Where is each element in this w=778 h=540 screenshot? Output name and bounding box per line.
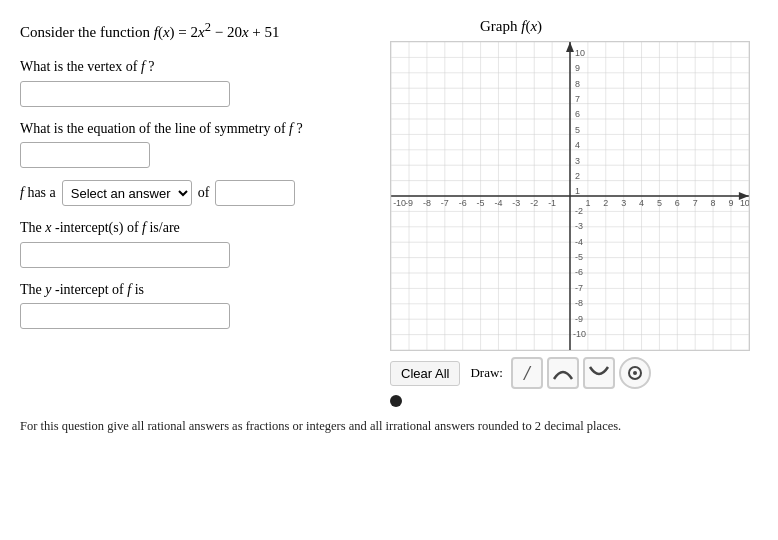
svg-text:-5: -5 — [477, 198, 485, 208]
y-intercept-label: The y -intercept of f is — [20, 280, 380, 300]
svg-text:-2: -2 — [575, 206, 583, 216]
svg-text:-5: -5 — [575, 252, 583, 262]
graph-title: Graph f(x) — [480, 18, 542, 35]
svg-text:-10: -10 — [393, 198, 406, 208]
draw-tools: / — [511, 357, 651, 389]
clear-all-button[interactable]: Clear All — [390, 361, 460, 386]
svg-text:-4: -4 — [575, 237, 583, 247]
svg-text:10: 10 — [740, 198, 750, 208]
svg-text:1: 1 — [585, 198, 590, 208]
svg-text:2: 2 — [575, 171, 580, 181]
y-intercept-input[interactable] — [20, 303, 230, 329]
main-content: Consider the function f(x) = 2x2 − 20x +… — [20, 18, 758, 407]
svg-text:4: 4 — [575, 140, 580, 150]
svg-text:-8: -8 — [423, 198, 431, 208]
svg-text:-6: -6 — [459, 198, 467, 208]
has-a-row: f has a Select an answer minimum maximum… — [20, 180, 380, 206]
vertex-question: What is the vertex of f ? — [20, 57, 380, 107]
left-panel: Consider the function f(x) = 2x2 − 20x +… — [20, 18, 380, 407]
svg-text:3: 3 — [575, 156, 580, 166]
symmetry-label: What is the equation of the line of symm… — [20, 119, 380, 139]
svg-text:-9: -9 — [405, 198, 413, 208]
circle-tool-button[interactable] — [619, 357, 651, 389]
svg-text:6: 6 — [575, 110, 580, 120]
svg-text:2: 2 — [603, 198, 608, 208]
svg-text:9: 9 — [728, 198, 733, 208]
svg-text:8: 8 — [575, 79, 580, 89]
svg-text:-2: -2 — [530, 198, 538, 208]
svg-text:3: 3 — [621, 198, 626, 208]
svg-text:-3: -3 — [512, 198, 520, 208]
has-a-prefix: f has a — [20, 185, 56, 201]
of-label: of — [198, 185, 210, 201]
vertex-input[interactable] — [20, 81, 230, 107]
svg-text:-4: -4 — [494, 198, 502, 208]
symmetry-question: What is the equation of the line of symm… — [20, 119, 380, 169]
right-panel: placeholder Graph f(x) — [390, 18, 758, 407]
svg-point-86 — [633, 371, 637, 375]
line-tool-button[interactable]: / — [511, 357, 543, 389]
graph-toolbar: Clear All Draw: / — [390, 357, 651, 389]
svg-text:-1: -1 — [548, 198, 556, 208]
svg-text:4: 4 — [639, 198, 644, 208]
has-a-value-input[interactable] — [215, 180, 295, 206]
svg-text:7: 7 — [693, 198, 698, 208]
svg-text:-7: -7 — [575, 283, 583, 293]
svg-text:-10: -10 — [573, 329, 586, 339]
curve-down-tool-button[interactable] — [583, 357, 615, 389]
x-intercept-label: The x -intercept(s) of f is/are — [20, 218, 380, 238]
svg-text:-8: -8 — [575, 298, 583, 308]
has-a-dropdown[interactable]: Select an answer minimum maximum — [62, 180, 192, 206]
svg-marker-44 — [566, 42, 574, 52]
symmetry-input[interactable] — [20, 142, 150, 168]
svg-text:6: 6 — [675, 198, 680, 208]
svg-text:5: 5 — [575, 125, 580, 135]
svg-text:5: 5 — [657, 198, 662, 208]
x-intercept-question: The x -intercept(s) of f is/are — [20, 218, 380, 268]
svg-text:1: 1 — [575, 187, 580, 197]
y-intercept-question: The y -intercept of f is — [20, 280, 380, 330]
svg-text:7: 7 — [575, 94, 580, 104]
svg-text:-7: -7 — [441, 198, 449, 208]
x-intercept-input[interactable] — [20, 242, 230, 268]
footer-note: For this question give all rational answ… — [20, 417, 758, 436]
svg-text:-3: -3 — [575, 221, 583, 231]
curve-up-tool-button[interactable] — [547, 357, 579, 389]
svg-text:-6: -6 — [575, 267, 583, 277]
svg-text:9: 9 — [575, 63, 580, 73]
function-definition: Consider the function f(x) = 2x2 − 20x +… — [20, 20, 280, 41]
vertex-label: What is the vertex of f ? — [20, 57, 380, 77]
graph-svg[interactable]: 10 9 8 7 6 5 4 3 2 1 -2 -3 -4 -5 -6 -7 -… — [390, 41, 750, 351]
svg-text:10: 10 — [575, 48, 585, 58]
bullet-dot — [390, 395, 402, 407]
page: Consider the function f(x) = 2x2 − 20x +… — [0, 0, 778, 540]
draw-label: Draw: — [470, 365, 503, 381]
svg-text:8: 8 — [711, 198, 716, 208]
svg-text:-9: -9 — [575, 314, 583, 324]
